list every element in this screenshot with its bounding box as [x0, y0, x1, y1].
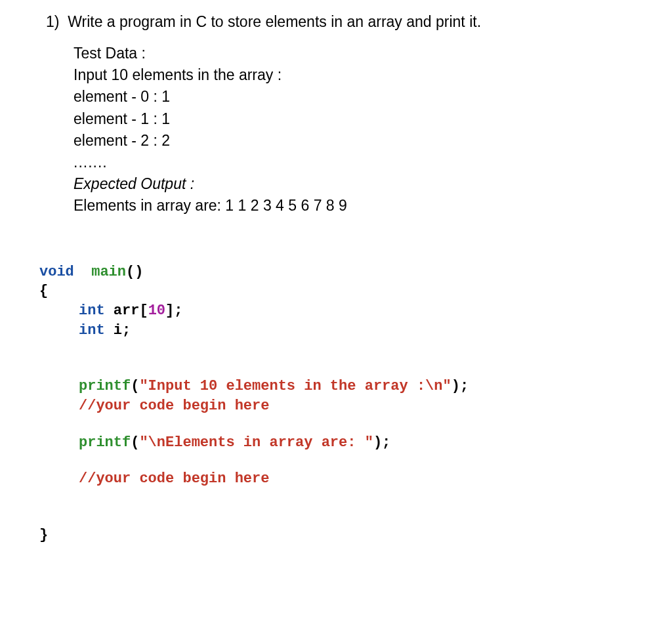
fn-printf-1: printf	[79, 378, 131, 394]
input-line: Input 10 elements in the array :	[74, 64, 633, 85]
test-data-header: Test Data :	[74, 43, 633, 64]
keyword-int-2: int	[79, 322, 105, 339]
comment-2: //your code begin here	[39, 469, 633, 489]
test-data-block: Test Data : Input 10 elements in the arr…	[74, 43, 633, 217]
open-brace: {	[39, 282, 633, 301]
element-2: element - 2 : 2	[74, 130, 633, 151]
arr-size: 10	[148, 303, 165, 319]
question-line: 1) Write a program in C to store element…	[46, 13, 633, 31]
printf-1: printf("Input 10 elements in the array :…	[39, 377, 633, 396]
expected-output-value: Elements in array are: 1 1 2 3 4 5 6 7 8…	[74, 195, 633, 216]
fn-main: main	[91, 264, 126, 280]
arr-decl: int arr[10];	[39, 301, 633, 321]
ellipsis: .......	[74, 152, 633, 173]
element-1: element - 1 : 1	[74, 108, 633, 129]
keyword-void: void	[39, 264, 74, 280]
close-brace: }	[39, 526, 633, 545]
open-paren: (	[126, 264, 135, 280]
keyword-int: int	[79, 303, 105, 319]
string-1: "Input 10 elements in the array :\n"	[139, 378, 451, 394]
fn-printf-2: printf	[79, 434, 131, 451]
string-2: "\nElements in array are: "	[139, 434, 373, 451]
element-0: element - 0 : 1	[74, 86, 633, 107]
question-number: 1)	[46, 13, 59, 30]
code-line-main: void main()	[39, 262, 633, 282]
comment-1: //your code begin here	[39, 396, 633, 416]
printf-2: printf("\nElements in array are: ");	[39, 433, 633, 453]
question-text: Write a program in C to store elements i…	[68, 13, 481, 30]
i-decl: int i;	[39, 321, 633, 341]
code-block: void main() { int arr[10]; int i; printf…	[39, 262, 633, 545]
close-paren: )	[135, 264, 143, 280]
expected-output-label: Expected Output :	[74, 173, 633, 194]
